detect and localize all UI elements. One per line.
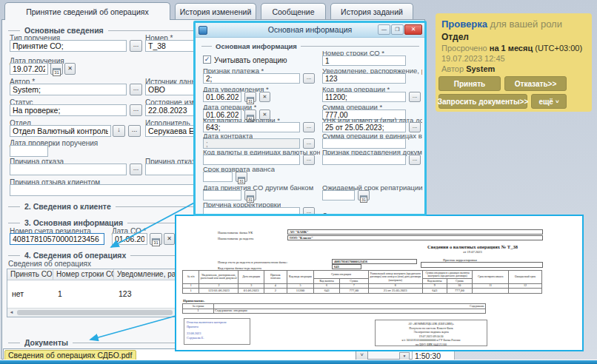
- reject-button[interactable]: Отказать>>: [504, 76, 567, 91]
- pdf-bank-label: Наименование банка УК: [218, 231, 253, 235]
- refusal-reason-picker-button[interactable]: ...: [130, 164, 142, 175]
- basic-info-dialog: Основная информация — ❐ ✕ Основная инфор…: [193, 21, 427, 216]
- other-bank-date-input[interactable]: [203, 190, 241, 200]
- pdf-data-cell: 777,00: [447, 289, 473, 294]
- pdf-bank-stamp: АО «КОММЕРЦБАНК (ЕВРАЗИЯ)» Получено по с…: [375, 320, 487, 346]
- docs-sign-picker-button[interactable]: ...: [409, 155, 421, 165]
- advance-return-calendar-button[interactable]: 31: [236, 172, 247, 182]
- maximize-button[interactable]: ❐: [391, 24, 404, 35]
- pdf-data-cell: 11200: [287, 289, 314, 294]
- currency-code-picker-button[interactable]: ...: [303, 122, 315, 132]
- payment-sign-input[interactable]: [203, 73, 300, 84]
- tab-change-history[interactable]: История изменений: [175, 3, 256, 19]
- order-date-clear-button[interactable]: ✕: [64, 63, 76, 75]
- refusal-reason-input[interactable]: [10, 164, 127, 175]
- calendar-icon: 31: [360, 195, 367, 203]
- col-header-accept[interactable]: Принять СО: [7, 269, 53, 280]
- pdf-data-cell: 643: [314, 289, 340, 294]
- bottom-bar: [0, 360, 597, 364]
- notice-date-calendar-button[interactable]: 31: [244, 92, 256, 102]
- tab-task-history[interactable]: История заданий: [330, 3, 413, 19]
- unk-picker-button[interactable]: ...: [409, 122, 421, 132]
- author-input[interactable]: [10, 84, 127, 95]
- request-documents-button[interactable]: Запросить документы>>: [438, 94, 527, 109]
- contract-currency-input[interactable]: [203, 155, 300, 165]
- pdf-country-value: 643: [332, 264, 361, 269]
- count-operation-label: Учитывать операцию: [214, 56, 287, 64]
- status-picker-button[interactable]: ...: [130, 104, 142, 116]
- scroll-left-arrow-icon[interactable]: ◄: [7, 309, 16, 316]
- calendar-icon: 31: [152, 238, 160, 246]
- operations-grid-label: Сведения об операциях: [8, 260, 91, 268]
- currency-code-input[interactable]: [203, 122, 300, 132]
- department-input[interactable]: [10, 125, 111, 137]
- pdf-resident-label: Наименование резидента: [218, 237, 253, 241]
- calendar-icon: 31: [53, 68, 61, 76]
- order-date-input[interactable]: [10, 63, 48, 75]
- pdf-correction-box: [421, 262, 543, 268]
- unk-input[interactable]: [322, 122, 406, 132]
- department-picker-button[interactable]: ...: [128, 125, 141, 137]
- task-overdue-line: Просрочено на 1 месяц (UTC+03:00): [441, 44, 582, 53]
- task-panel: Проверка для вашей роли Отдел Просрочено…: [436, 13, 592, 112]
- correction-reason-input[interactable]: [203, 207, 300, 216]
- tab-operations-info[interactable]: Принятие сведений об операциях: [4, 2, 170, 20]
- contract-date-picker-button: ...: [303, 138, 315, 149]
- repatriation-input[interactable]: [322, 190, 355, 200]
- repatriation-calendar-button[interactable]: 31: [358, 190, 370, 200]
- order-date-calendar-button[interactable]: 31: [50, 63, 63, 75]
- so-date-input[interactable]: [112, 233, 147, 245]
- resident-account-input[interactable]: [10, 233, 104, 245]
- pdf-data-cell: 123/01.06.2023: [199, 289, 239, 294]
- docs-sign-input[interactable]: [322, 155, 406, 165]
- accept-button[interactable]: Принять: [438, 76, 501, 91]
- task-author-line: Автор System: [441, 64, 495, 73]
- pdf-account-label: Номер счета резидента в уполномоченном б…: [218, 260, 287, 265]
- operation-kind-picker-button[interactable]: ...: [409, 92, 421, 102]
- line-number-input[interactable]: [322, 55, 406, 66]
- dialog-titlebar[interactable]: Основная информация — ❐ ✕: [196, 23, 424, 38]
- pdf-note-table: № строки Содержание 1 Содержание операци…: [182, 303, 486, 314]
- order-type-picker-button[interactable]: ...: [130, 40, 142, 52]
- pdf-subtitle: от 19.07.2023: [398, 250, 547, 254]
- so-date-calendar-button[interactable]: 31: [150, 233, 162, 245]
- contract-amount-input[interactable]: [322, 138, 406, 149]
- pdf-note-label: Примечание.: [183, 299, 205, 303]
- pdf-col-header: Код вида операции: [287, 271, 314, 284]
- advance-return-input[interactable]: [203, 172, 233, 182]
- more-button[interactable]: ещё ˅: [531, 94, 567, 109]
- department-down-button[interactable]: ↓: [113, 125, 125, 137]
- pdf-col-header: Срок возврата аванса: [473, 271, 509, 284]
- notice-doc-input[interactable]: [322, 73, 406, 84]
- so-date-clear-button[interactable]: ✕: [164, 233, 175, 245]
- status-input[interactable]: [10, 104, 127, 116]
- order-type-input[interactable]: [10, 40, 127, 52]
- pdf-data-cell: 1: [183, 289, 199, 294]
- pdf-data-cell: 25 от 25.05.2023: [368, 289, 422, 294]
- pdf-note-cell: 1: [183, 309, 214, 314]
- pdf-control-stamp: Отметка валютного контроля Принято 22.08…: [184, 318, 250, 345]
- author-picker-button[interactable]: ...: [130, 84, 142, 95]
- operation-kind-input[interactable]: [322, 92, 406, 102]
- tab-message[interactable]: Сообщение: [261, 3, 326, 19]
- other-bank-date-calendar-button[interactable]: 31: [244, 190, 256, 200]
- check-date-input[interactable]: [10, 145, 48, 157]
- pdf-account-value: 40817810570000123456: [332, 259, 417, 264]
- notice-date-input[interactable]: [203, 92, 241, 102]
- pdf-data-cell: [509, 289, 542, 294]
- col-header-line-number[interactable]: Номер строки СО: [53, 269, 114, 280]
- correction-reason-picker-button[interactable]: ...: [303, 207, 315, 216]
- count-operation-checkbox[interactable]: ✓: [203, 55, 211, 64]
- pdf-data-cell: 2: [264, 289, 287, 294]
- pdf-data-cell: 643: [422, 289, 447, 294]
- close-button[interactable]: ✕: [404, 24, 422, 35]
- dialog-section-header: Основная информация: [201, 42, 419, 50]
- contract-currency-picker-button[interactable]: ...: [303, 155, 315, 165]
- payment-sign-picker-button[interactable]: ...: [303, 73, 315, 84]
- minimize-button[interactable]: —: [378, 24, 390, 35]
- scrollbar-thumb[interactable]: [17, 310, 173, 315]
- pdf-note-cell: Содержание операции: [214, 309, 486, 314]
- chevron-down-icon: ˅: [556, 98, 559, 105]
- notice-date-clear-button[interactable]: ✕: [259, 92, 270, 102]
- pdf-title: Сведения о валютных операциях № Т_38: [398, 244, 547, 249]
